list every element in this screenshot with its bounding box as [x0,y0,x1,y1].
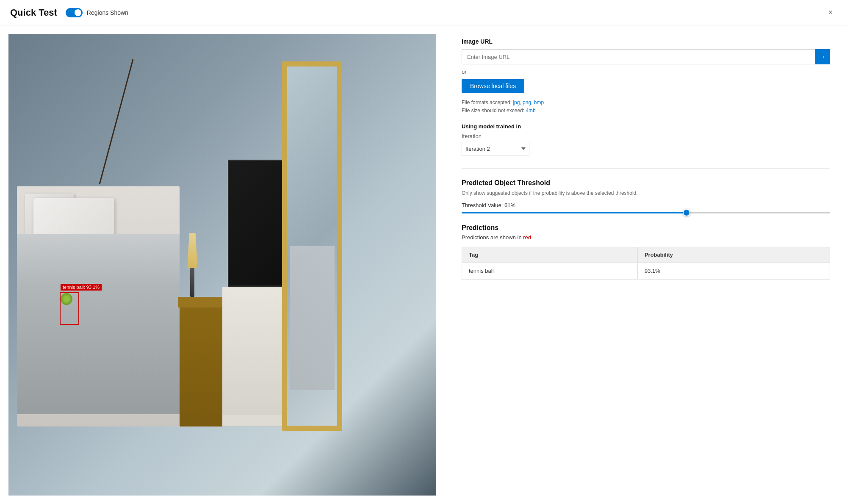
main-layout: tennis ball: 93.1% Image URL → or Browse… [0,25,847,504]
app-header: Quick Test Regions Shown × [0,0,847,25]
image-url-section: Image URL → or Browse local files File f… [462,38,830,115]
predictions-col-prob: Probability [637,247,830,263]
file-size-value: 4mb [526,108,535,114]
slider-thumb [683,209,690,216]
mirror-bed-reflection [290,246,335,390]
predictions-tbody: tennis ball 93.1% [462,263,830,280]
file-formats-types: jpg, png, bmp [513,100,544,105]
predictions-title: Predictions [462,224,830,232]
detection-object [61,293,72,305]
predictions-note: Predictions are shown in red [462,234,830,241]
file-info: File formats accepted: jpg, png, bmp Fil… [462,99,830,115]
bed [17,126,180,426]
right-panel: Image URL → or Browse local files File f… [445,25,847,504]
predictions-note-color: red [523,234,531,241]
url-submit-button[interactable]: → [815,49,830,64]
threshold-desc: Only show suggested objects if the proba… [462,189,830,197]
predictions-col-tag: Tag [462,247,638,263]
bedroom-image: tennis ball: 93.1% [8,34,436,496]
url-input-row: → [462,49,830,64]
prediction-tag: tennis ball [462,263,638,280]
lamp-base [190,268,194,297]
image-container: tennis ball: 93.1% [8,34,436,496]
file-size-text: File size should not exceed: [462,108,524,114]
close-button[interactable]: × [824,6,837,19]
bed-blanket [17,234,180,414]
file-formats-text: File formats accepted: [462,100,512,105]
mirror-reflection [287,66,337,426]
scene: tennis ball: 93.1% [8,34,436,496]
detection-box[interactable]: tennis ball: 93.1% [60,292,79,324]
bed-frame [17,186,180,426]
mirror [282,61,342,431]
model-section: Using model trained in Iteration Iterati… [462,123,830,155]
nightstand-lamp [187,239,197,297]
threshold-value-label: Threshold Value: 61% [462,202,830,208]
image-panel: tennis ball: 93.1% [0,25,445,504]
threshold-slider[interactable] [462,212,830,213]
predictions-section: Predictions Predictions are shown in red… [462,224,830,280]
threshold-section: Predicted Object Threshold Only show sug… [462,179,830,213]
detection-label: tennis ball: 93.1% [61,284,102,291]
threshold-title: Predicted Object Threshold [462,179,830,187]
divider [462,168,830,169]
predictions-header-row: Tag Probability [462,247,830,263]
page-title: Quick Test [10,7,57,18]
regions-toggle[interactable] [66,8,83,17]
toggle-label: Regions Shown [87,9,128,16]
url-input[interactable] [462,49,815,64]
toggle-container: Regions Shown [66,8,128,17]
browse-files-button[interactable]: Browse local files [462,79,524,93]
image-url-title: Image URL [462,38,830,45]
predictions-thead: Tag Probability [462,247,830,263]
using-model-label: Using model trained in [462,123,830,130]
predictions-note-prefix: Predictions are shown in [462,234,522,241]
prediction-probability: 93.1% [637,263,830,280]
or-text: or [462,69,830,75]
iteration-label: Iteration [462,133,830,139]
iteration-select[interactable]: Iteration 2 Iteration 1 Iteration 3 [462,142,529,155]
predictions-table: Tag Probability tennis ball 93.1% [462,247,830,280]
table-row: tennis ball 93.1% [462,263,830,280]
